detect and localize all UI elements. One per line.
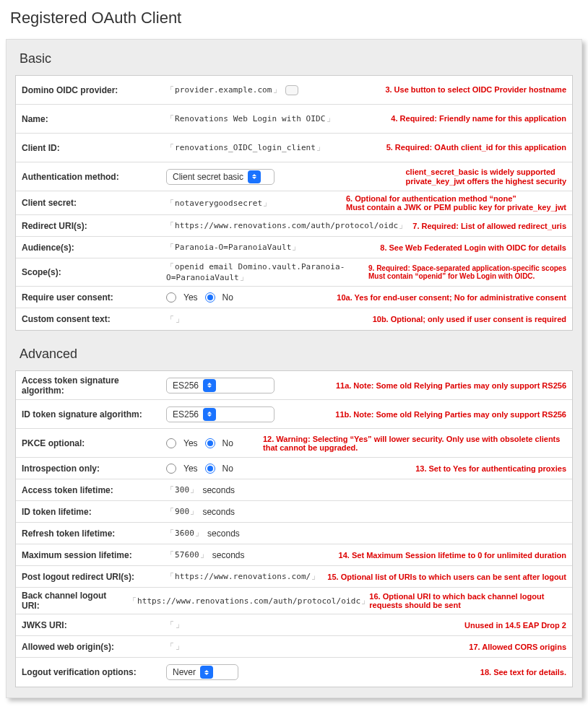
value-client-secret[interactable]: notaverygoodsecret [166,198,271,209]
introspect-yes-radio[interactable] [166,464,176,474]
note-id-alg: 11b. Note: Some old Relying Parties may … [335,410,566,419]
id-alg-select[interactable]: ES256 [166,406,274,422]
note-name: 4. Required: Friendly name for this appl… [391,114,566,123]
require-consent-radios: Yes No [166,292,233,303]
label-audiences: Audience(s): [22,243,166,253]
note-access-alg: 11a. Note: Some old Relying Parties may … [336,381,566,390]
pkce-radios: Yes No [166,438,233,448]
note-web-origins: 17. Allowed CORS origins [469,643,566,651]
label-max-session: Maximum session lifetime: [22,550,166,560]
value-jwks-uri[interactable] [166,619,183,630]
note-logout-verify: 18. See text for details. [480,668,566,677]
note-consent-text: 10b. Optional; only used if user consent… [373,315,566,323]
row-name: Name: Renovations Web Login with OIDC 4.… [16,105,572,134]
label-access-alg: Access token signature algorithm: [22,375,166,396]
value-redirect-uris[interactable]: https://www.renovations.com/auth/protoco… [166,220,407,231]
value-client-id[interactable]: renovations_OIDC_login_client [166,142,324,153]
row-access-life: Access token lifetime: 300 seconds [16,479,572,501]
logout-verify-select[interactable]: Never [166,664,238,680]
row-introspect: Introspection only: Yes No 13. Set to Ye… [16,458,572,479]
label-id-life: ID token lifetime: [22,507,166,517]
introspect-no-radio[interactable] [205,464,215,474]
label-auth-method: Authentication method: [22,172,166,182]
pkce-no-radio[interactable] [205,438,215,448]
value-oidc-provider[interactable]: provider.example.com [166,84,281,95]
pkce-yes-radio[interactable] [166,438,176,448]
label-id-alg: ID token signature algorithm: [22,409,166,419]
label-pkce: PKCE optional: [22,438,166,448]
value-name[interactable]: Renovations Web Login with OIDC [166,113,334,124]
row-audiences: Audience(s): Paranoia-O=ParanoiaVault 8.… [16,237,572,258]
value-refresh-life[interactable]: 3600 [166,528,203,539]
note-require-consent: 10a. Yes for end-user consent; No for ad… [337,293,566,302]
note-introspect: 13. Set to Yes for authenticating proxie… [415,464,566,473]
units-refresh-life: seconds [207,529,240,539]
label-jwks-uri: JWKS URI: [22,620,166,630]
auth-method-select[interactable]: Client secret basic [166,169,274,185]
advanced-title: Advanced [20,347,573,362]
note-redirect-uris: 7. Required: List of allowed redirect_ur… [412,222,566,230]
row-id-life: ID token lifetime: 900 seconds [16,501,572,523]
note-scopes: 9. Required: Space-separated application… [368,264,566,280]
require-consent-yes-label: Yes [183,292,198,303]
row-post-logout: Post logout redirect URI(s): https://www… [16,566,572,588]
value-post-logout[interactable]: https://www.renovations.com/ [166,571,319,582]
introspect-radios: Yes No [166,464,233,474]
label-name: Name: [22,114,166,124]
units-max-session: seconds [212,550,245,560]
units-access-life: seconds [202,485,235,495]
value-back-channel[interactable]: https://www.renovations.com/auth/protoco… [129,596,369,606]
row-client-id: Client ID: renovations_OIDC_login_client… [16,134,572,162]
value-web-origins[interactable] [166,641,183,652]
note-back-channel: 16. Optional URI to which back channel l… [369,592,566,609]
basic-title: Basic [20,51,573,66]
chevron-updown-icon [203,408,216,421]
row-id-alg: ID token signature algorithm: ES256 11b.… [16,400,572,429]
note-oidc-provider: 3. Use button to select OIDC Provider ho… [385,85,566,94]
row-logout-verify: Logout verification options: Never 18. S… [16,658,572,687]
require-consent-yes-radio[interactable] [166,292,176,303]
label-access-life: Access token lifetime: [22,485,166,495]
label-oidc-provider: Domino OIDC provider: [22,85,166,95]
label-redirect-uris: Redirect URI(s): [22,221,166,231]
row-client-secret: Client secret: notaverygoodsecret 6. Opt… [16,191,572,215]
provider-picker-button[interactable] [285,85,298,95]
label-client-id: Client ID: [22,143,166,153]
row-jwks-uri: JWKS URI: Unused in 14.5 EAP Drop 2 [16,614,572,636]
label-post-logout: Post logout redirect URI(s): [22,572,166,582]
note-max-session: 14. Set Maximum Session lifetime to 0 fo… [339,551,566,560]
note-post-logout: 15. Optional list of URIs to which users… [327,573,566,581]
note-audiences: 8. See Web Federated Login with OIDC for… [380,243,566,252]
label-client-secret: Client secret: [22,198,166,208]
label-logout-verify: Logout verification options: [22,667,166,677]
label-require-consent: Require user consent: [22,292,166,303]
value-id-life[interactable]: 900 [166,506,198,517]
label-web-origins: Allowed web origin(s): [22,642,166,652]
note-auth-method: client_secret_basic is widely supported … [405,168,566,185]
note-client-secret: 6. Optional for authentication method “n… [346,194,566,212]
chevron-updown-icon [248,170,261,183]
require-consent-no-radio[interactable] [205,292,215,303]
label-introspect: Introspection only: [22,464,166,474]
units-id-life: seconds [202,507,235,517]
value-max-session[interactable]: 57600 [166,549,208,560]
row-access-alg: Access token signature algorithm: ES256 … [16,371,572,400]
label-consent-text: Custom consent text: [22,314,166,324]
access-alg-select[interactable]: ES256 [166,378,274,393]
row-pkce: PKCE optional: Yes No 12. Warning: Selec… [16,429,572,458]
value-consent-text[interactable] [166,314,183,325]
value-access-life[interactable]: 300 [166,484,198,495]
note-jwks-uri: Unused in 14.5 EAP Drop 2 [464,621,566,630]
row-redirect-uris: Redirect URI(s): https://www.renovations… [16,215,572,237]
page-title: Registered OAuth Client [10,9,582,27]
require-consent-no-label: No [222,292,233,303]
chevron-updown-icon [200,666,213,679]
label-scopes: Scope(s): [22,267,166,277]
row-auth-method: Authentication method: Client secret bas… [16,162,572,191]
row-refresh-life: Refresh token lifetime: 3600 seconds [16,523,572,544]
value-audiences[interactable]: Paranoia-O=ParanoiaVault [166,242,301,253]
value-scopes[interactable]: openid email Domino.vault.Paranoia-O=Par… [166,261,368,283]
row-web-origins: Allowed web origin(s): 17. Allowed CORS … [16,636,572,658]
label-back-channel: Back channel logout URI: [22,591,129,611]
note-client-id: 5. Required: OAuth client_id for this ap… [386,143,566,152]
